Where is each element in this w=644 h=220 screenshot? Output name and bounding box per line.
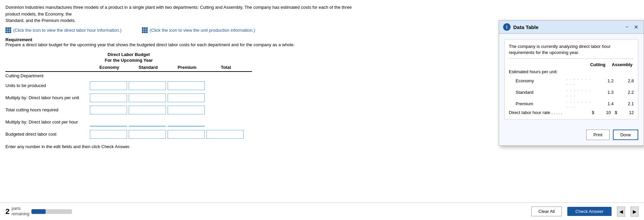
dt-standard-assembly: 2.2 xyxy=(614,90,634,95)
prev-nav-button[interactable]: ◀ xyxy=(617,207,625,217)
bottom-bar: 2 partsremaining Clear All Check Answer … xyxy=(0,202,644,220)
dt-rate-cutting-val: 10 xyxy=(595,110,611,115)
row-dl-cost-label: Multiply by: Direct labor cost per hour xyxy=(5,119,90,125)
modal-close-button[interactable]: ✕ xyxy=(633,24,640,30)
dl-hours-economy-input[interactable] xyxy=(90,93,127,102)
row-dl-hours: Multiply by: Direct labor hours per unit xyxy=(5,93,252,103)
clear-all-button[interactable]: Clear All xyxy=(531,207,562,216)
direct-labor-link-text: (Click the icon to view the direct labor… xyxy=(13,28,122,33)
col-header-premium: Premium xyxy=(168,65,206,70)
dt-row-standard: Standard . . . . . . . . . . 1.3 2.2 xyxy=(509,87,634,97)
intro-text: Dominion Industries manufactures three m… xyxy=(5,4,360,24)
print-button[interactable]: Print xyxy=(586,130,610,140)
budgeted-cost-economy-input[interactable] xyxy=(90,130,127,139)
intro-line2: Standard, and the Premium models. xyxy=(5,18,76,23)
dt-rate-row: Direct labor hour rate . . . . . $ 10 $ … xyxy=(509,110,634,115)
row-units-label: Units to be produced xyxy=(5,83,90,88)
data-table-container: The company is currently analyzing direc… xyxy=(504,39,638,119)
dt-row-economy: Economy . . . . . . . . . . 1.2 2.8 xyxy=(509,76,634,86)
dt-economy-assembly: 2.8 xyxy=(614,78,634,83)
budgeted-cost-total-input[interactable] xyxy=(206,130,244,139)
dt-rate-assembly-val: 12 xyxy=(618,110,634,115)
dt-standard-dots: . . . . . . . . . . xyxy=(566,87,593,97)
parts-label: partsremaining xyxy=(11,206,29,217)
col-header-economy: Economy xyxy=(90,65,129,70)
col-header-label xyxy=(5,65,90,70)
units-premium-cell xyxy=(168,81,205,90)
total-cutting-premium-cell xyxy=(168,106,205,114)
budget-title: Direct Labor Budget xyxy=(5,52,252,57)
dl-cost-standard-cell xyxy=(129,118,166,127)
dt-economy-dots: . . . . . . . . . . xyxy=(566,76,593,86)
row-budgeted-cost-label: Budgeted direct labor cost xyxy=(5,132,90,137)
cutting-dept-label: Cutting Department xyxy=(5,73,252,79)
dl-hours-economy-cell xyxy=(90,93,127,102)
dl-cost-economy-input[interactable] xyxy=(90,118,127,127)
unit-production-link-text: (Click the icon to view the unit product… xyxy=(150,28,255,33)
row-budgeted-cost: Budgeted direct labor cost xyxy=(5,129,252,139)
row-units-produced: Units to be produced xyxy=(5,81,252,91)
dl-hours-premium-input[interactable] xyxy=(168,93,205,102)
done-button[interactable]: Done xyxy=(613,130,638,140)
modal-header: i Data Table − ✕ xyxy=(499,21,644,34)
budget-table-wrapper: Direct Labor Budget For the Upcoming Yea… xyxy=(5,52,252,139)
dt-premium-assembly: 2.1 xyxy=(614,101,634,106)
budget-header-row: Economy Standard Premium Total xyxy=(5,65,252,72)
parts-remaining: 2 partsremaining xyxy=(5,206,72,217)
modal-footer: Print Done xyxy=(499,130,644,145)
budgeted-cost-premium-input[interactable] xyxy=(168,130,205,139)
row-dl-cost: Multiply by: Direct labor cost per hour xyxy=(5,117,252,127)
grid-icon-1 xyxy=(5,27,11,33)
dl-cost-premium-cell xyxy=(168,118,205,127)
row-total-cutting: Total cutting hours required xyxy=(5,105,252,115)
dl-hours-premium-cell xyxy=(168,93,205,102)
budgeted-cost-standard-cell xyxy=(129,130,166,139)
dt-header-cutting: Cutting xyxy=(578,62,605,67)
grid-icon-2 xyxy=(142,27,148,33)
dt-rate-label: Direct labor hour rate . . . . . xyxy=(509,110,591,115)
total-cutting-standard-input[interactable] xyxy=(129,106,166,114)
units-standard-cell xyxy=(129,81,166,90)
progress-bar xyxy=(31,209,72,214)
dt-premium-dots: . . . . . . . . . . xyxy=(566,99,593,109)
units-economy-input[interactable] xyxy=(90,81,127,90)
modal-body: The company is currently analyzing direc… xyxy=(499,34,644,130)
budgeted-cost-standard-input[interactable] xyxy=(129,130,166,139)
dl-cost-premium-input[interactable] xyxy=(168,118,205,127)
progress-bar-fill xyxy=(31,209,46,214)
budgeted-cost-economy-cell xyxy=(90,130,127,139)
dt-row-premium: Premium . . . . . . . . . . 1.4 2.1 xyxy=(509,99,634,109)
col-header-total: Total xyxy=(206,65,245,70)
budget-subtitle: For the Upcoming Year xyxy=(5,58,252,63)
dt-section-label: Estimated hours per unit: xyxy=(509,69,634,74)
row-total-cutting-label: Total cutting hours required xyxy=(5,107,90,112)
units-economy-cell xyxy=(90,81,127,90)
modal-info-icon: i xyxy=(503,23,511,31)
dl-cost-standard-input[interactable] xyxy=(129,118,166,127)
total-cutting-premium-input[interactable] xyxy=(168,106,205,114)
dt-economy-cutting: 1.2 xyxy=(593,78,614,83)
main-content: Dominion Industries manufactures three m… xyxy=(0,0,644,220)
units-premium-input[interactable] xyxy=(168,81,205,90)
modal-minimize-button[interactable]: − xyxy=(624,24,630,30)
dl-hours-standard-input[interactable] xyxy=(129,93,166,102)
row-dl-hours-label: Multiply by: Direct labor hours per unit xyxy=(5,95,90,100)
total-cutting-economy-cell xyxy=(90,106,127,114)
total-cutting-economy-input[interactable] xyxy=(90,106,127,114)
direct-labor-link[interactable]: (Click the icon to view the direct labor… xyxy=(5,27,122,33)
data-table-intro: The company is currently analyzing direc… xyxy=(509,44,634,59)
dt-standard-cutting: 1.3 xyxy=(593,90,614,95)
dt-premium-cutting: 1.4 xyxy=(593,101,614,106)
next-nav-button[interactable]: ▶ xyxy=(630,207,639,217)
dt-header-assembly: Assembly xyxy=(605,62,633,67)
data-table-modal: i Data Table − ✕ The company is currentl… xyxy=(499,20,644,146)
col-header-standard: Standard xyxy=(129,65,168,70)
total-cutting-standard-cell xyxy=(129,106,166,114)
data-table: Cutting Assembly Estimated hours per uni… xyxy=(509,62,634,115)
dt-rate-cutting-dollar: $ xyxy=(591,110,595,115)
dt-economy-label: Economy xyxy=(509,78,566,83)
intro-line1: Dominion Industries manufactures three m… xyxy=(5,5,352,17)
unit-production-link[interactable]: (Click the icon to view the unit product… xyxy=(142,27,255,33)
units-standard-input[interactable] xyxy=(129,81,166,90)
check-answer-button[interactable]: Check Answer xyxy=(567,207,612,216)
